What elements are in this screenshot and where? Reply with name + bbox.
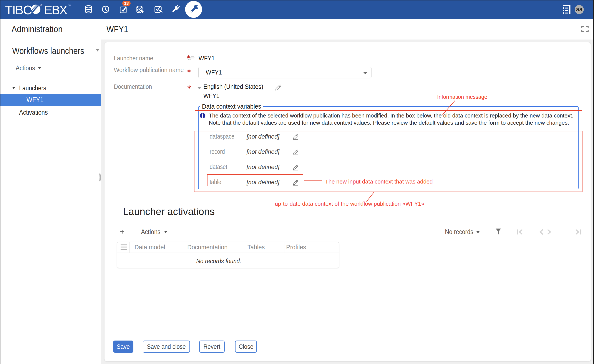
svg-text:TIBC: TIBC: [5, 3, 32, 16]
svg-text:EBX: EBX: [44, 3, 67, 16]
svg-text:™: ™: [68, 4, 71, 7]
svg-text:®: ®: [40, 3, 42, 7]
